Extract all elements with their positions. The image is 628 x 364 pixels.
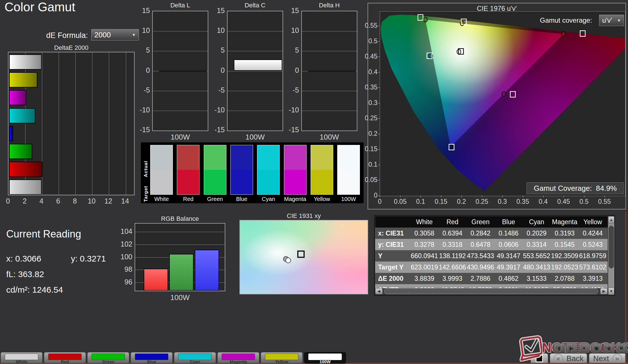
- patch-button-Yellow[interactable]: Yellow: [261, 352, 303, 363]
- deltae2000-chart: [8, 52, 135, 195]
- grid-line: [59, 52, 59, 195]
- patch-label: Blue: [131, 359, 172, 364]
- scroll-right-arrow[interactable]: ▶: [600, 288, 608, 294]
- table-cell: 2.0788: [551, 273, 579, 284]
- y-tick-label: 10: [205, 26, 225, 35]
- table-row: Target Y623.0019142.6606430.949649.39174…: [375, 262, 608, 273]
- patch-button-Cyan[interactable]: Cyan: [174, 352, 216, 363]
- swatch-label-Magenta: Magenta: [281, 196, 309, 202]
- cie1976-y-tick: 0.3: [359, 99, 377, 107]
- table-header-cell: Cyan: [523, 216, 551, 228]
- zero-bar: [308, 71, 356, 71]
- y-tick-label: 10: [130, 26, 150, 35]
- y-tick-label: 10: [279, 26, 299, 35]
- y-tick-label: 15: [279, 7, 299, 15]
- table-cell: 0.3193: [551, 228, 579, 239]
- swatch-actual-Blue: [230, 145, 253, 170]
- cie1976-y-tick: 0.2: [359, 130, 377, 138]
- swatch-actual-Red: [177, 145, 200, 170]
- deltaC-title: Delta C: [227, 2, 283, 9]
- frame-accent-right: [625, 212, 626, 364]
- toolbar-button-5[interactable]: ✖: [616, 343, 627, 353]
- current-reading-cdm2: cd/m²: 1246.54: [6, 282, 63, 298]
- patch-label: 100W: [304, 359, 346, 364]
- toolbar-button-2[interactable]: ●: [578, 343, 590, 353]
- cie1976-x-tick: 0.35: [514, 198, 531, 205]
- bar-Magenta: [9, 90, 26, 105]
- table-cell: 3.1533: [523, 273, 551, 284]
- toolbar-button-0[interactable]: ▮: [553, 343, 565, 353]
- grid-line: [228, 71, 283, 71]
- zero-bar: [159, 71, 207, 71]
- table-header-cell: White: [410, 216, 438, 228]
- gamut-coverage-dropdown[interactable]: u'v' ▼: [599, 15, 624, 26]
- cie1976-diagram: [380, 12, 625, 196]
- gamut-coverage-label: Gamut coverage:: [540, 16, 592, 24]
- back-button[interactable]: « Back: [550, 353, 587, 364]
- patch-label: Cyan: [174, 359, 216, 364]
- swatch-actual-Cyan: [257, 145, 280, 170]
- stop-icon: [536, 355, 543, 362]
- cie1976-y-tick: 0.45: [359, 53, 377, 60]
- y-tick-label: 102: [113, 240, 132, 248]
- patch-button-Magenta[interactable]: Magenta: [217, 352, 259, 363]
- scroll-down-arrow[interactable]: ▼: [608, 288, 614, 295]
- patch-button-White[interactable]: White: [1, 352, 43, 363]
- deltaC-chart: [227, 11, 283, 131]
- table-row-label: x: CIE31: [375, 228, 410, 239]
- next-button[interactable]: Next »: [589, 353, 626, 364]
- cie1931-target-square: [297, 250, 305, 258]
- y-tick-label: -5: [205, 86, 225, 94]
- y-tick-label: 15: [130, 7, 150, 15]
- v-scrollbar[interactable]: ▲▼: [608, 216, 614, 295]
- h-scrollbar[interactable]: ◀▶: [375, 288, 608, 294]
- y-tick-label: 0: [279, 66, 299, 74]
- row-label-actual: Actual: [143, 160, 149, 178]
- bar-Red: [9, 162, 43, 177]
- grid-line: [228, 111, 283, 111]
- y-tick-label: 5: [130, 46, 150, 54]
- table-row-label: ΔE 2000: [375, 273, 410, 284]
- table-header-cell: Yellow: [579, 216, 607, 228]
- scroll-up-arrow[interactable]: ▲: [608, 216, 614, 224]
- tick-mark: [502, 196, 503, 197]
- tick-mark: [380, 196, 380, 197]
- gamut-coverage-result-label: Gamut Coverage:: [534, 184, 592, 193]
- tick-mark: [584, 196, 584, 197]
- table-row: x: CIE310.30580.63940.28420.14860.20290.…: [375, 228, 608, 239]
- table-cell: 660.0941: [410, 250, 438, 262]
- y-tick-label: -15: [279, 126, 299, 134]
- stop-button[interactable]: [531, 353, 548, 364]
- table-cell: 473.5433: [466, 250, 495, 262]
- table-header-row: WhiteRedGreenBlueCyanMagentaYellow: [375, 216, 608, 228]
- patch-button-Green[interactable]: Green: [87, 352, 129, 363]
- h-scroll-thumb[interactable]: [384, 288, 598, 294]
- patch-button-Blue[interactable]: Blue: [131, 352, 173, 363]
- tick-mark: [378, 103, 380, 103]
- grid-line: [302, 91, 357, 91]
- deltaL-chart: [152, 11, 208, 131]
- toolbar-button-3[interactable]: ◼: [591, 343, 602, 353]
- bar-Blue: [9, 126, 13, 141]
- tick-mark: [378, 26, 380, 26]
- table-header-cell: Magenta: [551, 216, 579, 228]
- cie1976-x-tick: 0.5: [576, 198, 593, 205]
- toolbar-button-1[interactable]: ▶: [566, 343, 578, 353]
- swatch-target-Magenta: [284, 170, 307, 195]
- swatch-label-Red: Red: [174, 196, 202, 202]
- table-cell: 0.6478: [466, 239, 495, 250]
- cie1976-plot-frame: [380, 11, 625, 196]
- bar-Green: [9, 144, 32, 159]
- chevron-down-icon: ▼: [617, 18, 621, 23]
- scroll-left-arrow[interactable]: ◀: [375, 288, 383, 294]
- cie1976-y-tick: 0.4: [359, 68, 377, 76]
- bar-Cyan: [9, 108, 35, 123]
- toolbar-button-4[interactable]: ◉: [603, 343, 615, 353]
- y-tick-label: 96: [113, 278, 132, 286]
- swatch-label-White: White: [147, 196, 176, 202]
- x-tick-label: 4: [36, 197, 47, 205]
- patch-button-100W[interactable]: 100W: [304, 352, 346, 363]
- v-scroll-thumb[interactable]: [609, 226, 614, 268]
- patch-button-Red[interactable]: Red: [44, 352, 86, 363]
- swatch-actual-Green: [204, 145, 226, 170]
